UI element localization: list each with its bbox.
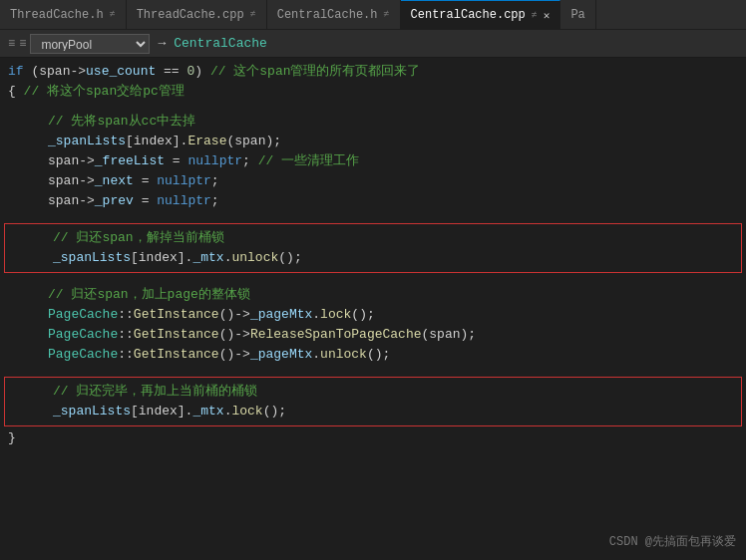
code-line: span->_next = nullptr; <box>0 171 746 191</box>
code-line: { // 将这个span交给pc管理 <box>0 82 746 102</box>
class-name: CentralCache <box>174 36 267 51</box>
pin-icon: ≠ <box>384 9 390 20</box>
code-line: // 先将span从cc中去掉 <box>0 112 746 132</box>
code-area: if (span->use_count == 0) // 这个span管理的所有… <box>0 58 746 560</box>
tab-bar: ThreadCache.h ≠ ThreadCache.cpp ≠ Centra… <box>0 0 746 30</box>
code-line: // 归还span，加上page的整体锁 <box>0 285 746 305</box>
chevron-right-icon: ≡ <box>19 37 26 51</box>
pin-icon: ≠ <box>250 9 256 20</box>
watermark: CSDN @先搞面包再谈爱 <box>609 533 736 550</box>
tab-label: ThreadCache.h <box>10 8 104 22</box>
code-line: span->_prev = nullptr; <box>0 191 746 211</box>
code-line: _spanLists[index]._mtx.lock(); <box>5 402 741 421</box>
tab-label: Pa <box>570 8 584 22</box>
tab-threadcache-h[interactable]: ThreadCache.h ≠ <box>0 0 127 29</box>
code-line: span->_freeList = nullptr; // 一些清理工作 <box>0 151 746 171</box>
close-icon[interactable]: ✕ <box>544 9 551 22</box>
code-line: } <box>0 428 746 448</box>
tab-centralcache-cpp[interactable]: CentralCache.cpp ≠ ✕ <box>401 0 561 29</box>
code-line: PageCache::GetInstance()->_pageMtx.unloc… <box>0 345 746 365</box>
code-line: PageCache::GetInstance()->ReleaseSpanToP… <box>0 325 746 345</box>
code-line: _spanLists[index].Erase(span); <box>0 132 746 151</box>
tab-label: ThreadCache.cpp <box>137 8 244 22</box>
tab-pa[interactable]: Pa <box>560 0 595 29</box>
pin-icon: ≠ <box>110 9 116 20</box>
scope-dropdown[interactable]: moryPool <box>30 34 150 54</box>
code-line: PageCache::GetInstance()->_pageMtx.lock(… <box>0 305 746 325</box>
code-line: // 归还完毕，再加上当前桶的桶锁 <box>5 382 741 402</box>
tab-centralcache-h[interactable]: CentralCache.h ≠ <box>267 0 401 29</box>
highlight-box-1: // 归还span，解掉当前桶锁 _spanLists[index]._mtx.… <box>4 223 742 273</box>
tab-threadcache-cpp[interactable]: ThreadCache.cpp ≠ <box>127 0 267 29</box>
tab-label: CentralCache.h <box>277 8 378 22</box>
code-line: _spanLists[index]._mtx.unlock(); <box>5 248 741 268</box>
code-line: // 归还span，解掉当前桶锁 <box>5 228 741 248</box>
code-line: if (span->use_count == 0) // 这个span管理的所有… <box>0 62 746 82</box>
toolbar: ≡ ≡ moryPool → CentralCache <box>0 30 746 58</box>
chevron-left-icon: ≡ <box>8 37 15 51</box>
arrow-icon: → <box>158 36 166 51</box>
highlight-box-2: // 归还完毕，再加上当前桶的桶锁 _spanLists[index]._mtx… <box>4 377 742 426</box>
tab-label: CentralCache.cpp <box>411 8 526 22</box>
pin-icon: ≠ <box>532 10 538 21</box>
